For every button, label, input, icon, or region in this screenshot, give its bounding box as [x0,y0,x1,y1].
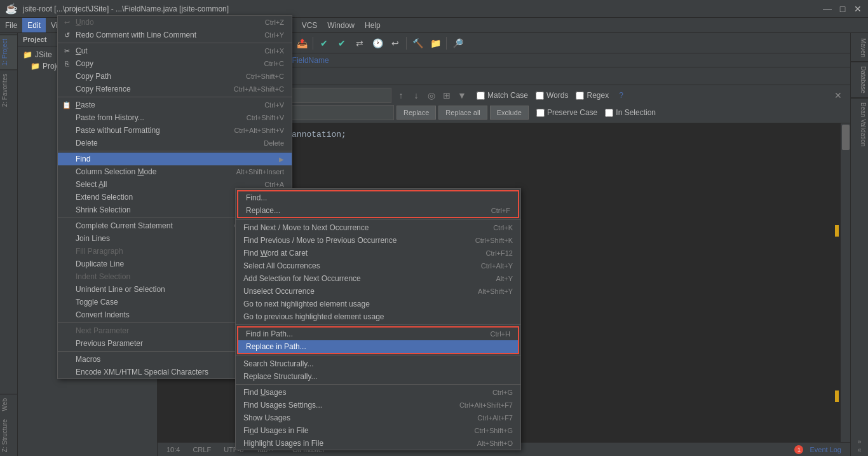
regex-checkbox[interactable] [576,92,584,100]
extend-selection-label: Extend Selection [76,193,133,202]
tb-hammer-icon[interactable]: 🔨 [409,35,426,52]
find-filter-icon[interactable]: ▼ [455,88,469,102]
maximize-button[interactable]: □ [837,4,848,14]
menu-find[interactable]: Find ▶ [58,153,292,165]
find-next-label: Find Next / Move to Next Occurrence [243,223,369,232]
menu-paste-no-format[interactable]: Paste without Formatting Ctrl+Alt+Shift+… [58,124,292,137]
status-position[interactable]: 10:4 [163,446,184,453]
tb-undo-icon[interactable]: ↩ [387,35,403,52]
submenu-find-word-caret[interactable]: Find Word at Caret Ctrl+F12 [236,247,520,259]
preserve-case-option[interactable]: Preserve Case [536,108,597,117]
preserve-case-checkbox[interactable] [536,109,545,117]
panel-tab-project[interactable]: 1: Project [0,34,17,69]
submenu-replace-structurally[interactable]: Replace Structurally... [236,370,520,383]
find-next-icon[interactable]: ↓ [409,88,423,102]
minimize-button[interactable]: — [822,4,832,14]
scrollbar[interactable] [840,123,850,442]
in-selection-checkbox[interactable] [605,109,613,117]
submenu-replace-dialog[interactable]: Replace... Ctrl+F [238,204,518,217]
menu-delete[interactable]: Delete Delete [58,137,292,149]
paste-label: Paste [76,100,95,109]
submenu-replace-in-path[interactable]: Replace in Path... [238,340,518,353]
submenu-add-selection-next[interactable]: Add Selection for Next Occurrence Alt+Y [236,272,520,285]
preserve-case-options: Preserve Case In Selection [536,108,656,117]
tb-git-check-icon[interactable]: ✔ [334,35,350,52]
menu-copy-reference[interactable]: Copy Reference Ctrl+Alt+Shift+C [58,83,292,95]
right-panel-bean-validation[interactable]: Bean Validation [851,99,868,150]
exclude-button[interactable]: Exclude [490,106,529,120]
submenu-find-usages[interactable]: Find Usages Ctrl+G [236,386,520,399]
menu-window[interactable]: Window [322,18,360,32]
submenu-highlight-usages-in-file[interactable]: Highlight Usages in File Alt+Shift+O [236,437,520,450]
submenu-select-all-occurrences[interactable]: Select All Occurrences Ctrl+Alt+Y [236,259,520,272]
tb-magnify-icon[interactable]: 🔎 [449,35,466,52]
indent-selection-label: Indent Selection [76,272,130,281]
tb-git-push-icon[interactable]: ⇄ [351,35,368,52]
panel-tab-structure[interactable]: Z: Structure [0,415,17,456]
tb-history-icon[interactable]: 🕐 [369,35,386,52]
tb-folder2-icon[interactable]: 📁 [427,35,444,52]
menu-column-selection[interactable]: Column Selection Mode Alt+Shift+Insert [58,165,292,178]
menu-paste-history[interactable]: Paste from History... Ctrl+Shift+V [58,111,292,124]
next-parameter-label: Next Parameter [76,326,129,335]
panel-tab-favorites[interactable]: 2: Favorites [0,69,17,111]
submenu-find-in-path[interactable]: Find in Path... Ctrl+H [238,328,518,340]
regex-option[interactable]: Regex [576,91,609,100]
submenu-unselect-occurrence[interactable]: Unselect Occurrence Alt+Shift+Y [236,285,520,298]
tb-git-ok-icon[interactable]: ✔ [316,35,332,52]
expand-right-icon[interactable]: » [858,438,862,445]
submenu-find-usages-in-file[interactable]: Find Usages in File Ctrl+Shift+G [236,424,520,437]
submenu-find-dialog[interactable]: Find... [238,191,518,204]
find-options: Match Case Words Regex ? [477,91,623,100]
match-case-option[interactable]: Match Case [477,91,528,100]
submenu-go-next-highlighted[interactable]: Go to next highlighted element usage [236,298,520,310]
find-grid-icon[interactable]: ⊞ [440,88,454,102]
select-all-occurrences-label: Select All Occurrences [243,261,320,270]
copy-reference-label: Copy Reference [76,85,131,93]
close-button[interactable]: ✕ [853,4,863,14]
menu-paste[interactable]: 📋 Paste Ctrl+V [58,99,292,111]
find-close-icon[interactable]: ✕ [831,88,845,102]
menu-file[interactable]: File [0,18,22,32]
match-case-checkbox[interactable] [477,92,485,100]
menu-edit[interactable]: Edit [22,18,46,32]
words-checkbox[interactable] [536,92,544,100]
regex-help-icon[interactable]: ? [619,91,623,100]
submenu-find-prev[interactable]: Find Previous / Move to Previous Occurre… [236,234,520,247]
redo-shortcut: Ctrl+Y [264,31,284,39]
submenu-show-usages[interactable]: Show Usages Ctrl+Alt+F7 [236,411,520,424]
event-log-button[interactable]: Event Log [806,446,845,453]
right-panel-maven[interactable]: Maven [851,34,868,62]
tb-export-icon[interactable]: 📤 [294,35,310,52]
submenu-go-prev-highlighted[interactable]: Go to previous highlighted element usage [236,310,520,323]
find-usages-settings-label: Find Usages Settings... [243,401,322,410]
collapse-right-icon[interactable]: « [858,446,862,453]
scrollbar-thumb[interactable] [842,125,850,150]
submenu-find-usages-settings[interactable]: Find Usages Settings... Ctrl+Alt+Shift+F… [236,399,520,411]
menu-cut[interactable]: ✂ Cut Ctrl+X [58,45,292,57]
join-lines-label: Join Lines [76,234,110,243]
column-selection-label: Column Selection Mode [76,167,156,176]
paste-history-label: Paste from History... [76,113,144,122]
menu-copy[interactable]: ⎘ Copy Ctrl+C [58,57,292,70]
right-panel-database[interactable]: Database [851,62,868,98]
menu-copy-path[interactable]: Copy Path Ctrl+Shift+C [58,70,292,83]
replace-button[interactable]: Replace [397,106,436,120]
go-prev-highlighted-label: Go to previous highlighted element usage [243,312,384,321]
menu-help[interactable]: Help [360,18,386,32]
submenu-search-structurally[interactable]: Search Structurally... [236,357,520,370]
in-selection-option[interactable]: In Selection [605,108,656,117]
words-option[interactable]: Words [536,91,568,100]
submenu-find-next[interactable]: Find Next / Move to Next Occurrence Ctrl… [236,221,520,234]
status-crlf[interactable]: CRLF [189,446,215,453]
menu-undo[interactable]: ↩ Undo Ctrl+Z [58,16,292,29]
menu-redo-comment[interactable]: ↺ Redo Comment with Line Comment Ctrl+Y [58,29,292,41]
find-target-icon[interactable]: ◎ [424,88,438,102]
replace-all-button[interactable]: Replace all [438,106,487,120]
panel-tab-web[interactable]: Web [0,394,17,415]
find-prev-label: Find Previous / Move to Previous Occurre… [243,236,397,245]
menu-vcs[interactable]: VCS [297,18,323,32]
find-prev-icon[interactable]: ↑ [394,88,408,102]
delete-label: Delete [76,139,98,148]
event-log-area: 1 Event Log [794,445,845,454]
